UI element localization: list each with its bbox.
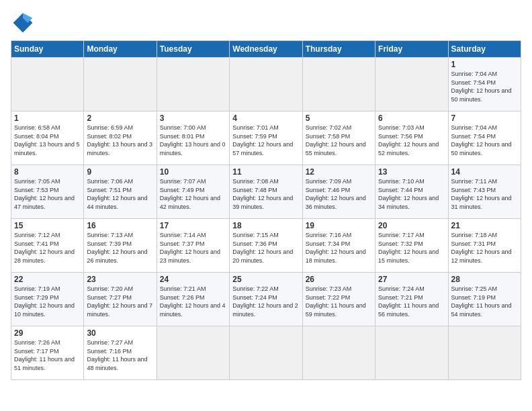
day-info: Sunrise: 7:02 AMSunset: 7:58 PMDaylight:… (306, 124, 372, 157)
day-number: 12 (306, 167, 372, 177)
day-info: Sunrise: 6:59 AMSunset: 8:02 PMDaylight:… (87, 124, 153, 157)
day-info: Sunrise: 7:27 AMSunset: 7:16 PMDaylight:… (87, 338, 153, 372)
day-cell (375, 326, 448, 380)
day-info: Sunrise: 7:01 AMSunset: 7:59 PMDaylight:… (232, 124, 299, 157)
day-number: 3 (160, 113, 226, 123)
day-number: 26 (306, 275, 372, 284)
day-info: Sunrise: 7:05 AMSunset: 7:53 PMDaylight:… (14, 177, 81, 211)
day-info: Sunrise: 7:18 AMSunset: 7:31 PMDaylight:… (451, 231, 518, 265)
day-cell (302, 326, 375, 380)
col-header-saturday: Saturday (448, 41, 521, 58)
day-number: 8 (14, 167, 81, 177)
day-cell: 2 Sunrise: 6:59 AMSunset: 8:02 PMDayligh… (84, 111, 157, 165)
day-number: 11 (232, 167, 299, 177)
col-header-sunday: Sunday (11, 41, 84, 58)
day-info: Sunrise: 7:07 AMSunset: 7:49 PMDaylight:… (160, 177, 226, 211)
day-number: 17 (160, 221, 226, 230)
day-info: Sunrise: 7:11 AMSunset: 7:43 PMDaylight:… (451, 177, 518, 211)
day-number: 7 (451, 113, 518, 123)
day-number: 2 (87, 113, 153, 123)
day-number: 30 (87, 328, 153, 338)
day-info: Sunrise: 7:20 AMSunset: 7:27 PMDaylight:… (87, 285, 153, 318)
day-info: Sunrise: 7:14 AMSunset: 7:37 PMDaylight:… (160, 231, 226, 265)
day-cell: 16 Sunrise: 7:13 AMSunset: 7:39 PMDaylig… (84, 219, 157, 273)
day-cell: 26 Sunrise: 7:23 AMSunset: 7:22 PMDaylig… (302, 273, 375, 326)
day-cell (11, 58, 84, 111)
day-cell (302, 58, 375, 111)
day-cell (157, 58, 229, 111)
day-cell: 9 Sunrise: 7:06 AMSunset: 7:51 PMDayligh… (84, 165, 157, 219)
day-cell: 11 Sunrise: 7:08 AMSunset: 7:48 PMDaylig… (230, 165, 302, 219)
week-row-1: 1 Sunrise: 7:04 AMSunset: 7:54 PMDayligh… (11, 58, 521, 111)
day-number: 27 (378, 275, 445, 284)
day-info: Sunrise: 7:03 AMSunset: 7:56 PMDaylight:… (378, 124, 445, 157)
week-row-5: 22 Sunrise: 7:19 AMSunset: 7:29 PMDaylig… (11, 273, 521, 326)
day-number: 9 (87, 167, 153, 177)
day-number: 10 (160, 167, 226, 177)
day-info: Sunrise: 7:15 AMSunset: 7:36 PMDaylight:… (232, 231, 299, 265)
day-cell (230, 58, 302, 111)
day-info: Sunrise: 7:13 AMSunset: 7:39 PMDaylight:… (87, 231, 153, 265)
day-number: 20 (378, 221, 445, 230)
logo-icon (11, 11, 35, 35)
day-info: Sunrise: 7:16 AMSunset: 7:34 PMDaylight:… (306, 231, 372, 265)
day-number: 19 (306, 221, 372, 230)
day-cell: 6 Sunrise: 7:03 AMSunset: 7:56 PMDayligh… (375, 111, 448, 165)
day-cell: 10 Sunrise: 7:07 AMSunset: 7:49 PMDaylig… (157, 165, 229, 219)
col-header-tuesday: Tuesday (157, 41, 229, 58)
day-info: Sunrise: 7:26 AMSunset: 7:17 PMDaylight:… (14, 338, 81, 372)
day-info: Sunrise: 7:22 AMSunset: 7:24 PMDaylight:… (232, 285, 299, 318)
day-number: 15 (14, 221, 81, 230)
day-cell: 1 Sunrise: 6:58 AMSunset: 8:04 PMDayligh… (11, 111, 84, 165)
day-cell: 12 Sunrise: 7:09 AMSunset: 7:46 PMDaylig… (302, 165, 375, 219)
day-cell: 3 Sunrise: 7:00 AMSunset: 8:01 PMDayligh… (157, 111, 229, 165)
page-header (11, 11, 521, 35)
day-info: Sunrise: 7:04 AMSunset: 7:54 PMDaylight:… (451, 70, 518, 103)
day-cell: 21 Sunrise: 7:18 AMSunset: 7:31 PMDaylig… (448, 219, 521, 273)
day-cell: 20 Sunrise: 7:17 AMSunset: 7:32 PMDaylig… (375, 219, 448, 273)
day-number: 18 (232, 221, 299, 230)
day-cell (84, 58, 157, 111)
day-info: Sunrise: 7:24 AMSunset: 7:21 PMDaylight:… (378, 285, 445, 318)
day-cell: 4 Sunrise: 7:01 AMSunset: 7:59 PMDayligh… (230, 111, 302, 165)
day-number: 23 (87, 275, 153, 284)
day-number: 6 (378, 113, 445, 123)
day-number: 24 (160, 275, 226, 284)
week-row-4: 15 Sunrise: 7:12 AMSunset: 7:41 PMDaylig… (11, 219, 521, 273)
day-info: Sunrise: 7:00 AMSunset: 8:01 PMDaylight:… (160, 124, 226, 157)
day-cell (230, 326, 302, 380)
day-info: Sunrise: 7:23 AMSunset: 7:22 PMDaylight:… (306, 285, 372, 318)
day-cell: 30 Sunrise: 7:27 AMSunset: 7:16 PMDaylig… (84, 326, 157, 380)
day-cell: 1 Sunrise: 7:04 AMSunset: 7:54 PMDayligh… (448, 58, 521, 111)
day-cell: 5 Sunrise: 7:02 AMSunset: 7:58 PMDayligh… (302, 111, 375, 165)
week-row-2: 1 Sunrise: 6:58 AMSunset: 8:04 PMDayligh… (11, 111, 521, 165)
day-info: Sunrise: 7:10 AMSunset: 7:44 PMDaylight:… (378, 177, 445, 211)
day-number: 4 (232, 113, 299, 123)
day-cell: 28 Sunrise: 7:25 AMSunset: 7:19 PMDaylig… (448, 273, 521, 326)
week-row-6: 29 Sunrise: 7:26 AMSunset: 7:17 PMDaylig… (11, 326, 521, 380)
header-row: SundayMondayTuesdayWednesdayThursdayFrid… (11, 41, 521, 58)
day-cell: 17 Sunrise: 7:14 AMSunset: 7:37 PMDaylig… (157, 219, 229, 273)
day-info: Sunrise: 7:19 AMSunset: 7:29 PMDaylight:… (14, 285, 81, 318)
day-cell: 22 Sunrise: 7:19 AMSunset: 7:29 PMDaylig… (11, 273, 84, 326)
day-cell: 24 Sunrise: 7:21 AMSunset: 7:26 PMDaylig… (157, 273, 229, 326)
day-cell: 13 Sunrise: 7:10 AMSunset: 7:44 PMDaylig… (375, 165, 448, 219)
calendar-table: SundayMondayTuesdayWednesdayThursdayFrid… (11, 40, 521, 380)
day-number: 29 (14, 328, 81, 338)
day-number: 28 (451, 275, 518, 284)
day-cell: 23 Sunrise: 7:20 AMSunset: 7:27 PMDaylig… (84, 273, 157, 326)
day-number: 25 (232, 275, 299, 284)
day-info: Sunrise: 7:25 AMSunset: 7:19 PMDaylight:… (451, 285, 518, 318)
day-cell: 15 Sunrise: 7:12 AMSunset: 7:41 PMDaylig… (11, 219, 84, 273)
day-cell: 19 Sunrise: 7:16 AMSunset: 7:34 PMDaylig… (302, 219, 375, 273)
day-cell (448, 326, 521, 380)
day-cell: 7 Sunrise: 7:04 AMSunset: 7:54 PMDayligh… (448, 111, 521, 165)
day-info: Sunrise: 6:58 AMSunset: 8:04 PMDaylight:… (14, 124, 81, 157)
day-info: Sunrise: 7:06 AMSunset: 7:51 PMDaylight:… (87, 177, 153, 211)
day-cell: 29 Sunrise: 7:26 AMSunset: 7:17 PMDaylig… (11, 326, 84, 380)
day-info: Sunrise: 7:09 AMSunset: 7:46 PMDaylight:… (306, 177, 372, 211)
day-cell: 27 Sunrise: 7:24 AMSunset: 7:21 PMDaylig… (375, 273, 448, 326)
day-number: 21 (451, 221, 518, 230)
day-number: 13 (378, 167, 445, 177)
col-header-thursday: Thursday (302, 41, 375, 58)
